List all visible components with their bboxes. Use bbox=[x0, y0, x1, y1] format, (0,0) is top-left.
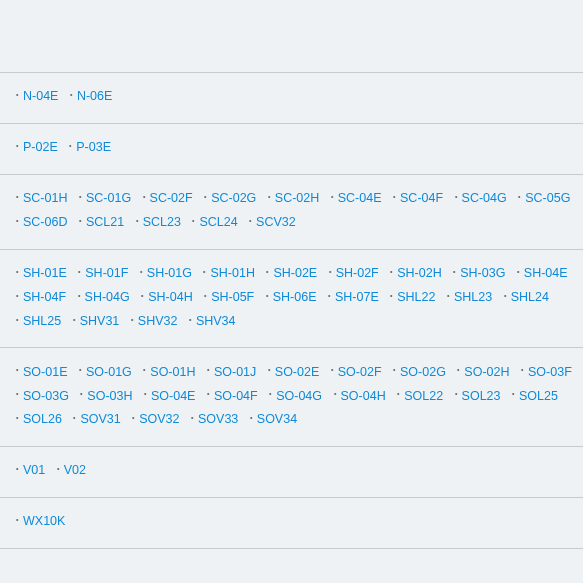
model-link[interactable]: SO-04G bbox=[276, 389, 322, 403]
model-item: ･SCL21 bbox=[77, 211, 124, 235]
model-link[interactable]: SH-01H bbox=[210, 266, 254, 280]
model-link[interactable]: SC-02G bbox=[211, 191, 256, 205]
bullet-icon: ･ bbox=[202, 191, 209, 205]
model-link[interactable]: SH-07E bbox=[335, 290, 379, 304]
model-link[interactable]: SC-06D bbox=[23, 215, 67, 229]
model-link[interactable]: SH-04F bbox=[23, 290, 66, 304]
model-link[interactable]: SH-01G bbox=[147, 266, 192, 280]
model-link[interactable]: SOL22 bbox=[404, 389, 443, 403]
model-item: ･SO-01J bbox=[205, 360, 256, 384]
model-link[interactable]: WX10K bbox=[23, 514, 65, 528]
model-item: ･SH-04G bbox=[76, 286, 130, 310]
model-link[interactable]: SCL21 bbox=[86, 215, 124, 229]
model-link[interactable]: SHL24 bbox=[511, 290, 549, 304]
model-link[interactable]: SC-04G bbox=[462, 191, 507, 205]
model-link[interactable]: SH-01E bbox=[23, 266, 67, 280]
model-link[interactable]: SC-04E bbox=[338, 191, 382, 205]
model-item: ･SHV32 bbox=[129, 310, 178, 334]
model-link[interactable]: SCL24 bbox=[199, 215, 237, 229]
model-link[interactable]: SO-01H bbox=[150, 365, 195, 379]
model-link[interactable]: SO-04F bbox=[214, 389, 258, 403]
model-link[interactable]: SO-02G bbox=[400, 365, 446, 379]
bullet-icon: ･ bbox=[391, 191, 398, 205]
model-link[interactable]: V02 bbox=[64, 463, 86, 477]
model-link[interactable]: SC-02F bbox=[150, 191, 193, 205]
model-link[interactable]: N-04E bbox=[23, 89, 58, 103]
model-link[interactable]: SO-01E bbox=[23, 365, 67, 379]
model-link[interactable]: SH-04H bbox=[148, 290, 192, 304]
model-link[interactable]: SOL25 bbox=[519, 389, 558, 403]
bullet-icon: ･ bbox=[68, 89, 75, 103]
model-group: ･SH-01E ･SH-01F ･SH-01G ･SH-01H ･SH-02E … bbox=[0, 249, 583, 348]
model-link[interactable]: SO-04H bbox=[341, 389, 386, 403]
bullet-icon: ･ bbox=[76, 266, 83, 280]
model-link[interactable]: SH-03G bbox=[460, 266, 505, 280]
model-group: ･SO-01E ･SO-01G ･SO-01H ･SO-01J ･SO-02E … bbox=[0, 347, 583, 446]
bullet-icon: ･ bbox=[55, 463, 62, 477]
model-item: ･SH-01F bbox=[76, 262, 128, 286]
model-link[interactable]: SC-02H bbox=[275, 191, 319, 205]
model-link[interactable]: SHV31 bbox=[80, 314, 120, 328]
model-link[interactable]: SHL25 bbox=[23, 314, 61, 328]
model-item: ･SC-02G bbox=[202, 187, 256, 211]
model-link[interactable]: SCV32 bbox=[256, 215, 296, 229]
bullet-icon: ･ bbox=[189, 412, 196, 426]
model-link[interactable]: SH-02E bbox=[273, 266, 317, 280]
model-link[interactable]: SOL23 bbox=[462, 389, 501, 403]
model-link[interactable]: SOV32 bbox=[139, 412, 179, 426]
model-link[interactable]: SO-03G bbox=[23, 389, 69, 403]
model-link[interactable]: SC-04F bbox=[400, 191, 443, 205]
model-item: ･SOL25 bbox=[510, 384, 558, 408]
model-link[interactable]: SO-02E bbox=[275, 365, 319, 379]
model-link[interactable]: SOV31 bbox=[80, 412, 120, 426]
model-item: ･SOL22 bbox=[395, 384, 443, 408]
model-link[interactable]: N-06E bbox=[77, 89, 112, 103]
model-item: ･WX10K bbox=[14, 510, 65, 534]
model-link[interactable]: V01 bbox=[23, 463, 45, 477]
model-link[interactable]: P-03E bbox=[76, 140, 111, 154]
model-group: ･N-04E ･N-06E bbox=[0, 72, 583, 123]
model-link[interactable]: SHV32 bbox=[138, 314, 178, 328]
model-link[interactable]: SO-02F bbox=[338, 365, 382, 379]
model-item: ･SO-02F bbox=[329, 360, 382, 384]
bullet-icon: ･ bbox=[266, 364, 273, 378]
model-link[interactable]: SC-05G bbox=[525, 191, 570, 205]
model-link[interactable]: SC-01G bbox=[86, 191, 131, 205]
model-item: ･SHL22 bbox=[388, 286, 435, 310]
model-link[interactable]: SH-02H bbox=[397, 266, 441, 280]
bullet-icon: ･ bbox=[395, 388, 402, 402]
model-link[interactable]: SOV34 bbox=[257, 412, 297, 426]
model-link[interactable]: SH-04G bbox=[85, 290, 130, 304]
model-item: ･SHV31 bbox=[71, 310, 120, 334]
model-link[interactable]: SHL23 bbox=[454, 290, 492, 304]
model-link[interactable]: SH-01F bbox=[85, 266, 128, 280]
bullet-icon: ･ bbox=[139, 290, 146, 304]
model-item: ･SO-04H bbox=[332, 384, 386, 408]
model-link[interactable]: SHL22 bbox=[397, 290, 435, 304]
model-link[interactable]: SO-02H bbox=[464, 365, 509, 379]
model-item: ･SC-02F bbox=[141, 187, 193, 211]
model-link[interactable]: SC-01H bbox=[23, 191, 67, 205]
model-item: ･SC-04G bbox=[453, 187, 507, 211]
model-link[interactable]: SOV33 bbox=[198, 412, 238, 426]
model-link[interactable]: SO-03H bbox=[87, 389, 132, 403]
model-link[interactable]: SO-01G bbox=[86, 365, 132, 379]
model-link[interactable]: SH-06E bbox=[273, 290, 317, 304]
model-item: ･N-04E bbox=[14, 85, 58, 109]
model-link[interactable]: SHV34 bbox=[196, 314, 236, 328]
model-link[interactable]: SO-01J bbox=[214, 365, 256, 379]
model-link[interactable]: SH-02F bbox=[336, 266, 379, 280]
bullet-icon: ･ bbox=[14, 364, 21, 378]
model-link[interactable]: SOL26 bbox=[23, 412, 62, 426]
model-link[interactable]: SH-04E bbox=[524, 266, 568, 280]
model-link[interactable]: SO-03F bbox=[528, 365, 572, 379]
bullet-icon: ･ bbox=[14, 290, 21, 304]
model-link[interactable]: SO-04E bbox=[151, 389, 195, 403]
model-link[interactable]: SCL23 bbox=[143, 215, 181, 229]
model-link[interactable]: SH-05F bbox=[211, 290, 254, 304]
model-item: ･SH-04H bbox=[139, 286, 192, 310]
model-item: ･N-06E bbox=[68, 85, 112, 109]
model-item: ･SH-02F bbox=[327, 262, 379, 286]
model-link[interactable]: P-02E bbox=[23, 140, 58, 154]
model-group: ･WX10K bbox=[0, 497, 583, 549]
